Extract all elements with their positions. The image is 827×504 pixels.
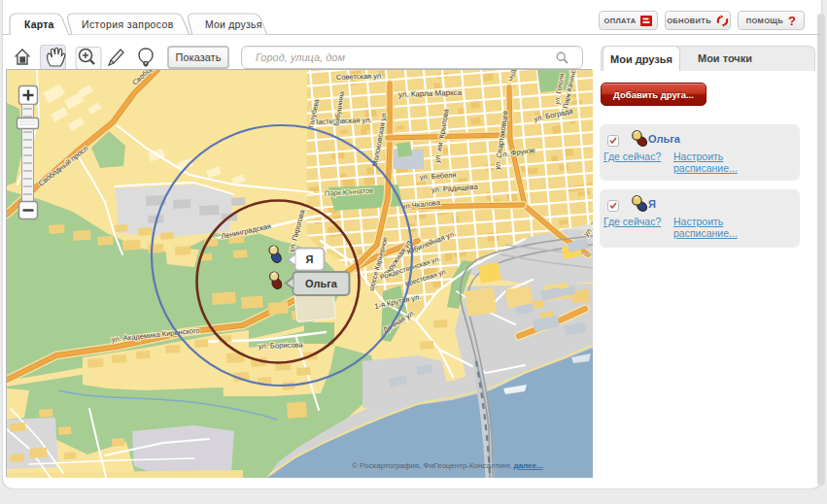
svg-text:История запросов: История запросов	[82, 18, 174, 30]
svg-text:Советская ул.: Советская ул.	[336, 71, 384, 82]
svg-text:Я: Я	[306, 253, 314, 265]
svg-text:Карта: Карта	[24, 18, 54, 30]
svg-text:Ольга: Ольга	[305, 278, 338, 289]
svg-text:ул. Борисова: ул. Борисова	[258, 340, 304, 351]
svg-text:Мои друзья: Мои друзья	[205, 18, 262, 30]
svg-text:© Роскартография, ФиГеоцентр-К: © Роскартография, ФиГеоцентр-Консалтинг,…	[352, 461, 543, 470]
